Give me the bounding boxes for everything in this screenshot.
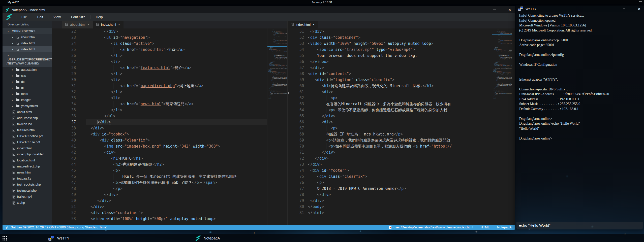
code-line[interactable]: <div class="container"> — [308, 34, 515, 41]
file-item[interactable]: add_vhost.php — [3, 115, 52, 121]
code-line[interactable]: </div> — [308, 198, 515, 204]
menu-help[interactable]: Help — [91, 15, 108, 19]
folder-item[interactable]: ▸yamiyamimi — [3, 103, 52, 109]
code-line[interactable]: <video width="100%" height="500px" autop… — [308, 41, 515, 47]
code-line[interactable]: </div> — [308, 161, 515, 167]
close-tab-icon[interactable]: ✕ — [118, 23, 120, 26]
hamburger-menu-icon[interactable] — [639, 1, 642, 4]
file-item[interactable]: x.php — [3, 200, 52, 206]
wstty-titlebar[interactable]: WsTTY ✕ — [515, 6, 644, 12]
statusbar-language[interactable]: HTML — [481, 225, 489, 229]
code-line[interactable]: <div id="contents"> — [308, 71, 515, 77]
open-editor-item[interactable]: ✕about.html — [3, 34, 52, 40]
close-button[interactable]: ✕ — [637, 7, 641, 11]
menu-file[interactable]: File — [16, 15, 32, 19]
code-line[interactable]: <li> — [86, 95, 287, 101]
code-line[interactable]: </li> — [86, 53, 287, 59]
code-line[interactable]: <li> — [86, 77, 287, 83]
file-item[interactable]: HKWTC rule.pdf — [3, 139, 52, 145]
code-line[interactable]: <div id="tagline" class="clearfix"> — [308, 77, 515, 83]
code-line[interactable]: <p> 即使你不是建築師，你也能透過紅石師或鐵路工程師的身份加入我 — [308, 107, 515, 113]
close-tab-icon[interactable]: ✕ — [87, 23, 89, 26]
code-line[interactable]: </video> — [308, 59, 515, 65]
code-line[interactable]: <a href="mapredirect.php">網上地圖</a> — [86, 83, 287, 89]
minimap[interactable]: </div> <ul id="navigation"> <li class="a… — [267, 28, 287, 225]
code-line[interactable]: <b>你知道我們全線伺服器已轉用 SSD 了嗎？</b></span> — [86, 180, 287, 186]
code-line[interactable]: 伺服器 IP 地址為： mcs.hkwtc.org</p> — [308, 131, 515, 137]
file-item[interactable]: about.html — [3, 109, 52, 115]
notepada-titlebar[interactable]: NotepadA - index.html ✕ — [3, 6, 515, 13]
menu-font-size[interactable]: Font Size — [66, 15, 91, 19]
close-editor-icon[interactable]: ✕ — [12, 48, 14, 51]
code-line[interactable]: </div> — [86, 125, 287, 131]
code-line[interactable]: <ul id="navigation"> — [86, 34, 287, 41]
close-editor-icon[interactable]: ✕ — [12, 36, 14, 39]
minimap-slider[interactable] — [509, 50, 512, 51]
file-item[interactable]: features.html — [3, 127, 52, 133]
code-line[interactable]: </li> — [86, 71, 287, 77]
code-line[interactable]: <a href="news.html">玩家傳送門</a> — [86, 101, 287, 107]
folder-item[interactable]: ▸dc — [3, 79, 52, 85]
code-line[interactable]: <a href="index.html">主頁</a> — [86, 47, 287, 53]
file-item[interactable]: index.php_disabled — [3, 151, 52, 157]
code-line[interactable]: Your browser does not support the video … — [308, 53, 515, 59]
code-line[interactable]: <p> — [86, 167, 287, 174]
menu-edit[interactable]: Edit — [32, 15, 48, 19]
code-line[interactable]: </div> — [86, 192, 287, 198]
code-line[interactable]: </div> — [86, 119, 287, 125]
file-item[interactable]: testmysql.php — [3, 188, 52, 194]
code-line[interactable]: <p> — [308, 180, 515, 186]
open-editor-item[interactable]: ✕index.html — [3, 40, 52, 46]
code-line[interactable]: </div> — [308, 65, 515, 71]
folder-item[interactable]: ▸css — [3, 73, 52, 79]
minimize-button[interactable] — [493, 8, 497, 12]
code-line[interactable]: <h1>HKWTC</h1> — [86, 155, 287, 161]
file-item[interactable]: mapredirect.php — [3, 163, 52, 169]
code-line[interactable]: <div> — [308, 119, 515, 125]
code-line[interactable]: <p> — [308, 95, 515, 101]
code-line[interactable]: <p>請注意，我們的伺服器為確保玩家及遊玩時的質素，我們對的服器開啟 — [308, 137, 515, 143]
code-line[interactable]: </li> — [86, 107, 287, 113]
close-button[interactable]: ✕ — [508, 8, 512, 12]
code-line[interactable]: <div class="clearfix"> — [308, 174, 515, 180]
app-launcher-grid-icon[interactable] — [3, 236, 8, 240]
file-item[interactable]: HKWTC notice.pdf — [3, 133, 52, 139]
terminal-input[interactable]: echo "Hello World" — [516, 222, 643, 229]
open-editors-section-header[interactable]: ▾ OPEN EDITORS — [3, 28, 52, 34]
file-item[interactable]: teabag.7z — [3, 176, 52, 182]
code-line[interactable]: HKWTC 是一個 Minecraft 的建築伺服器，主要建築計劃包括鐵路 — [86, 174, 287, 180]
system-menu-label[interactable]: My ArOZ — [8, 1, 19, 4]
code-line[interactable]: <div id="topbox"> — [86, 131, 287, 137]
code-line[interactable]: </ul> — [86, 113, 287, 119]
code-line[interactable]: </li> — [86, 89, 287, 95]
code-line[interactable]: <a href="features.html">簡介</a> — [86, 65, 287, 71]
code-line[interactable]: <div> — [308, 89, 515, 95]
code-line[interactable]: <h2>香港的建築伺服器</h2> — [86, 161, 287, 167]
code-line[interactable]: </div> — [308, 192, 515, 198]
code-line[interactable]: <div class="container"> — [86, 210, 287, 216]
editor-tab[interactable]: about.html✕ — [62, 21, 93, 28]
code-line[interactable]: </div> — [86, 204, 287, 210]
maximize-button[interactable] — [630, 7, 634, 11]
code-line[interactable]: </body> — [308, 204, 515, 210]
menu-view[interactable]: View — [48, 15, 66, 19]
editor-tab[interactable]: index.html✕ — [288, 21, 318, 28]
editor-tab[interactable]: index.html✕ — [93, 21, 124, 28]
taskbar-item-wstty[interactable]: WsTTY — [48, 234, 69, 242]
code-line[interactable]: <div class="clearfix"> — [86, 137, 287, 143]
code-line[interactable]: </div> — [308, 113, 515, 119]
code-line[interactable]: <div id="footer"> — [308, 167, 515, 174]
terminal-output[interactable]: [info] Conencting to arozos WsTTY servic… — [519, 13, 642, 219]
code-line[interactable]: © 2018 - 2019 HKWTC Animation Gamer</p> — [308, 186, 515, 192]
maximize-button[interactable] — [500, 8, 504, 12]
file-item[interactable]: trailer.mp4 — [3, 194, 52, 200]
file-item[interactable]: index.html — [3, 145, 52, 151]
file-item[interactable]: news.html — [3, 169, 52, 176]
code-line[interactable]: <li> — [86, 59, 287, 65]
file-item[interactable]: location.html — [3, 157, 52, 163]
code-line[interactable]: <source src="trailer.mp4" type="video/mp… — [308, 47, 515, 53]
code-editor[interactable]: </div><ul id="navigation"><li class="act… — [86, 28, 287, 225]
close-editor-icon[interactable]: ✕ — [12, 42, 14, 45]
folder-item[interactable]: ▸dl — [3, 85, 52, 91]
code-line[interactable]: <div> — [86, 149, 287, 155]
